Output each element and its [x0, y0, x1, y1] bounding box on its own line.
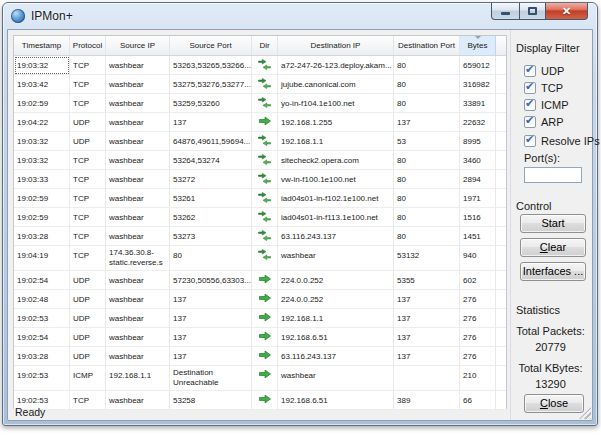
- cell-timestamp[interactable]: 19:03:28: [14, 227, 70, 246]
- cell-source_ip[interactable]: washbear: [106, 56, 170, 75]
- cell-dest_port[interactable]: 137: [394, 113, 460, 132]
- table-row[interactable]: 19:04:19TCP174.36.30.8-static.reverse.so…: [14, 246, 506, 271]
- cell-source_ip[interactable]: washbear: [106, 227, 170, 246]
- cell-dir[interactable]: [252, 246, 278, 271]
- cell-protocol[interactable]: UDP: [70, 328, 106, 347]
- cell-dest_ip[interactable]: 63.116.243.137: [278, 227, 394, 246]
- cell-dir[interactable]: [252, 366, 278, 391]
- cell-dir[interactable]: [252, 328, 278, 347]
- checkbox-udp[interactable]: UDP: [524, 64, 564, 78]
- table-row[interactable]: 19:02:53ICMP192.168.1.1Destination Unrea…: [14, 366, 506, 391]
- cell-source_port[interactable]: 137: [170, 347, 252, 366]
- cell-timestamp[interactable]: 19:02:48: [14, 290, 70, 309]
- cell-dest_ip[interactable]: 192.168.1.1: [278, 309, 394, 328]
- cell-timestamp[interactable]: 19:02:54: [14, 328, 70, 347]
- cell-dest_port[interactable]: 80: [394, 56, 460, 75]
- table-row[interactable]: 19:02:59TCPwashbear53259,53260yo-in-f104…: [14, 94, 506, 113]
- cell-bytes[interactable]: 276: [460, 347, 496, 366]
- cell-source_ip[interactable]: washbear: [106, 113, 170, 132]
- cell-dest_ip[interactable]: 224.0.0.252: [278, 290, 394, 309]
- cell-protocol[interactable]: ICMP: [70, 366, 106, 391]
- cell-dir[interactable]: [252, 271, 278, 290]
- cell-bytes[interactable]: 22632: [460, 113, 496, 132]
- cell-protocol[interactable]: TCP: [70, 170, 106, 189]
- cell-timestamp[interactable]: 19:04:19: [14, 246, 70, 271]
- cell-dir[interactable]: [252, 151, 278, 170]
- table-row[interactable]: 19:03:42TCPwashbear53275,53276,53277...j…: [14, 75, 506, 94]
- cell-source_port[interactable]: 137: [170, 113, 252, 132]
- cell-dir[interactable]: [252, 227, 278, 246]
- cell-dest_port[interactable]: 53: [394, 132, 460, 151]
- cell-source_ip[interactable]: washbear: [106, 170, 170, 189]
- cell-bytes[interactable]: 276: [460, 309, 496, 328]
- cell-bytes[interactable]: 276: [460, 328, 496, 347]
- cell-dir[interactable]: [252, 170, 278, 189]
- cell-timestamp[interactable]: 19:02:54: [14, 271, 70, 290]
- cell-timestamp[interactable]: 19:03:32: [14, 151, 70, 170]
- cell-bytes[interactable]: 1971: [460, 189, 496, 208]
- cell-dest_port[interactable]: 80: [394, 75, 460, 94]
- cell-timestamp[interactable]: 19:02:53: [14, 309, 70, 328]
- table-row[interactable]: 19:02:48UDPwashbear137224.0.0.252137276: [14, 290, 506, 309]
- checkbox-tcp[interactable]: TCP: [524, 81, 563, 95]
- cell-timestamp[interactable]: 19:02:59: [14, 189, 70, 208]
- column-header-destination-ip[interactable]: Destination IP: [278, 36, 394, 55]
- checkbox-arp[interactable]: ARP: [524, 115, 564, 129]
- cell-source_port[interactable]: 80: [170, 246, 252, 271]
- cell-timestamp[interactable]: 19:03:28: [14, 347, 70, 366]
- close-window-button[interactable]: ✕: [546, 3, 588, 20]
- cell-source_ip[interactable]: washbear: [106, 208, 170, 227]
- cell-source_port[interactable]: 53273: [170, 227, 252, 246]
- ports-input[interactable]: [524, 167, 582, 183]
- cell-source_port[interactable]: 53261: [170, 189, 252, 208]
- cell-source_port[interactable]: 53272: [170, 170, 252, 189]
- checkbox-icmp[interactable]: ICMP: [524, 98, 569, 112]
- cell-protocol[interactable]: UDP: [70, 132, 106, 151]
- table-row[interactable]: 19:02:53UDPwashbear137192.168.1.1137276: [14, 309, 506, 328]
- table-row[interactable]: 19:03:28TCPwashbear5327363.116.243.13780…: [14, 227, 506, 246]
- cell-dest_port[interactable]: 137: [394, 347, 460, 366]
- cell-dest_port[interactable]: 5355: [394, 271, 460, 290]
- cell-protocol[interactable]: TCP: [70, 75, 106, 94]
- cell-source_ip[interactable]: washbear: [106, 347, 170, 366]
- cell-bytes[interactable]: 316982: [460, 75, 496, 94]
- cell-bytes[interactable]: 1516: [460, 208, 496, 227]
- cell-source_port[interactable]: 57230,50556,63303...: [170, 271, 252, 290]
- table-row[interactable]: 19:04:22UDPwashbear137192.168.1.25513722…: [14, 113, 506, 132]
- column-header-destination-port[interactable]: Destination Port: [394, 36, 460, 55]
- cell-source_port[interactable]: 137: [170, 328, 252, 347]
- cell-dest_ip[interactable]: a72-247-26-123.deploy.akam...: [278, 56, 394, 75]
- cell-dest_ip[interactable]: 192.168.1.1: [278, 132, 394, 151]
- cell-dest_ip[interactable]: iad04s01-in-f102.1e100.net: [278, 189, 394, 208]
- cell-timestamp[interactable]: 19:02:53: [14, 366, 70, 391]
- cell-dest_port[interactable]: 80: [394, 227, 460, 246]
- cell-dir[interactable]: [252, 290, 278, 309]
- cell-dir[interactable]: [252, 189, 278, 208]
- maximize-button[interactable]: [519, 3, 546, 20]
- cell-source_ip[interactable]: washbear: [106, 290, 170, 309]
- cell-dest_port[interactable]: 80: [394, 189, 460, 208]
- column-header-source-ip[interactable]: Source IP: [106, 36, 170, 55]
- cell-protocol[interactable]: TCP: [70, 56, 106, 75]
- cell-dir[interactable]: [252, 75, 278, 94]
- cell-dest_ip[interactable]: 192.168.1.255: [278, 113, 394, 132]
- cell-dest_ip[interactable]: yo-in-f104.1e100.net: [278, 94, 394, 113]
- cell-protocol[interactable]: TCP: [70, 227, 106, 246]
- cell-source_ip[interactable]: 192.168.1.1: [106, 366, 170, 391]
- cell-dest_ip[interactable]: 63.116.243.137: [278, 347, 394, 366]
- cell-dest_port[interactable]: 137: [394, 328, 460, 347]
- cell-source_ip[interactable]: washbear: [106, 75, 170, 94]
- cell-source_port[interactable]: 53263,53265,53266...: [170, 56, 252, 75]
- cell-dir[interactable]: [252, 347, 278, 366]
- clear-button[interactable]: Clear: [520, 238, 586, 257]
- cell-source_ip[interactable]: washbear: [106, 94, 170, 113]
- table-row[interactable]: 19:02:54UDPwashbear137192.168.6.51137276: [14, 328, 506, 347]
- cell-dest_port[interactable]: 137: [394, 309, 460, 328]
- table-row[interactable]: 19:03:28UDPwashbear13763.116.243.1371372…: [14, 347, 506, 366]
- interfaces-button[interactable]: Interfaces ...: [520, 262, 586, 281]
- cell-source_ip[interactable]: washbear: [106, 132, 170, 151]
- cell-timestamp[interactable]: 19:03:42: [14, 75, 70, 94]
- column-header-bytes[interactable]: Bytes: [460, 36, 496, 55]
- cell-timestamp[interactable]: 19:03:32: [14, 56, 70, 75]
- table-row[interactable]: 19:03:32TCPwashbear53264,53274sitecheck2…: [14, 151, 506, 170]
